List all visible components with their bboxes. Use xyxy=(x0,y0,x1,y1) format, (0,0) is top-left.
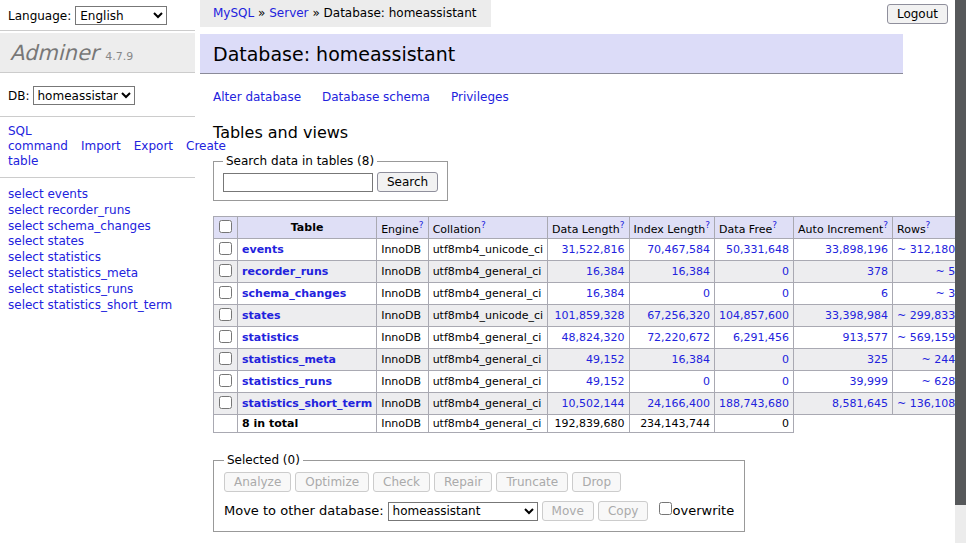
index-length-link[interactable]: 16,384 xyxy=(672,265,711,278)
table-name-link[interactable]: recorder_runs xyxy=(242,265,328,278)
select-table-link[interactable]: select statistics_short_term xyxy=(8,298,172,312)
column-help-link[interactable]: ? xyxy=(705,220,710,230)
column-help-link[interactable]: ? xyxy=(926,220,931,230)
data-free-link[interactable]: 0 xyxy=(782,265,789,278)
data-free-link[interactable]: 104,857,600 xyxy=(719,309,789,322)
rows-count-link[interactable]: ~ 244 xyxy=(921,353,955,366)
column-help-link[interactable]: ? xyxy=(883,220,888,230)
scrollbar-thumb[interactable] xyxy=(955,0,966,505)
row-checkbox[interactable] xyxy=(219,308,232,321)
table-name-link[interactable]: statistics_short_term xyxy=(242,397,372,410)
column-help-link[interactable]: ? xyxy=(772,220,777,230)
select-table-link[interactable]: select schema_changes xyxy=(8,219,151,233)
select-table-link[interactable]: select statistics xyxy=(8,250,101,264)
auto-increment-link[interactable]: 33,398,984 xyxy=(825,309,888,322)
data-length-link[interactable]: 16,384 xyxy=(586,265,625,278)
copy-button[interactable]: Copy xyxy=(598,501,648,521)
data-free-link[interactable]: 0 xyxy=(782,353,789,366)
data-free-link[interactable]: 0 xyxy=(782,287,789,300)
rows-count-link[interactable]: ~ 136,108 xyxy=(897,397,955,410)
select-table-link[interactable]: select events xyxy=(8,187,88,201)
row-checkbox[interactable] xyxy=(219,352,232,365)
row-checkbox-cell xyxy=(214,393,238,415)
search-button[interactable]: Search xyxy=(377,172,438,192)
index-length-link[interactable]: 72,220,672 xyxy=(647,331,710,344)
auto-increment-link[interactable]: 325 xyxy=(867,353,888,366)
db-select[interactable]: homeassistant xyxy=(33,86,135,105)
rows-count-link[interactable]: ~ 299,833 xyxy=(897,309,955,322)
data-free-link[interactable]: 6,291,456 xyxy=(733,331,789,344)
index-length-link[interactable]: 16,384 xyxy=(672,353,711,366)
drop-button[interactable]: Drop xyxy=(572,472,621,492)
select-all-checkbox[interactable] xyxy=(219,220,232,233)
data-length-link[interactable]: 16,384 xyxy=(586,287,625,300)
auto-increment-link[interactable]: 39,999 xyxy=(850,375,889,388)
row-checkbox[interactable] xyxy=(219,286,232,299)
auto-increment-link[interactable]: 913,577 xyxy=(843,331,889,344)
index-length-link[interactable]: 70,467,584 xyxy=(647,243,710,256)
rows-count-link[interactable]: ~ 628 xyxy=(921,375,955,388)
rows-count-link[interactable]: ~ 569,159 xyxy=(897,331,955,344)
column-help-link[interactable]: ? xyxy=(481,220,486,230)
overwrite-checkbox[interactable] xyxy=(659,502,672,515)
index-length-link[interactable]: 0 xyxy=(703,375,710,388)
sql-command-link[interactable]: SQL command xyxy=(8,124,68,153)
data-length-link[interactable]: 101,859,328 xyxy=(555,309,625,322)
table-name-link[interactable]: statistics_runs xyxy=(242,375,332,388)
auto-increment-link[interactable]: 6 xyxy=(881,287,888,300)
row-checkbox[interactable] xyxy=(219,242,232,255)
scrollbar[interactable] xyxy=(955,0,966,543)
rows-count-link[interactable]: ~ 312,180 xyxy=(897,243,955,256)
row-checkbox[interactable] xyxy=(219,330,232,343)
table-header-row: TableEngine?Collation?Data Length?Index … xyxy=(214,217,966,239)
data-length-link[interactable]: 10,502,144 xyxy=(562,397,625,410)
select-table-link[interactable]: select statistics_meta xyxy=(8,266,138,280)
adminer-logo[interactable]: Adminer xyxy=(10,41,98,65)
select-table-link[interactable]: select statistics_runs xyxy=(8,282,133,296)
database-links: Alter databaseDatabase schemaPrivileges xyxy=(213,90,903,104)
table-name-link[interactable]: events xyxy=(242,243,284,256)
privileges-link[interactable]: Privileges xyxy=(451,90,509,104)
data-free-link[interactable]: 50,331,648 xyxy=(726,243,789,256)
analyze-button[interactable]: Analyze xyxy=(224,472,291,492)
rows-count-link[interactable]: ~ 5 xyxy=(935,265,955,278)
rows_approx-cell: ~ 136,108 xyxy=(893,393,960,415)
index-length-link[interactable]: 24,166,400 xyxy=(647,397,710,410)
select-table-link[interactable]: select states xyxy=(8,234,84,248)
check-button[interactable]: Check xyxy=(373,472,430,492)
auto-increment-link[interactable]: 378 xyxy=(867,265,888,278)
data-free-link[interactable]: 0 xyxy=(782,375,789,388)
move-button[interactable]: Move xyxy=(542,501,594,521)
optimize-button[interactable]: Optimize xyxy=(295,472,369,492)
row-checkbox[interactable] xyxy=(219,264,232,277)
breadcrumb-mysql-link[interactable]: MySQL xyxy=(213,6,254,20)
table-name-link[interactable]: statistics xyxy=(242,331,299,344)
data-length-link[interactable]: 31,522,816 xyxy=(562,243,625,256)
database-schema-link[interactable]: Database schema xyxy=(322,90,430,104)
auto-increment-link[interactable]: 8,581,645 xyxy=(832,397,888,410)
truncate-button[interactable]: Truncate xyxy=(496,472,568,492)
column-help-link[interactable]: ? xyxy=(620,220,625,230)
rows-count-link[interactable]: ~ 3 xyxy=(935,287,955,300)
data-free-link[interactable]: 188,743,680 xyxy=(719,397,789,410)
column-help-link[interactable]: ? xyxy=(419,220,424,230)
export-link[interactable]: Export xyxy=(134,139,173,153)
table-name-link[interactable]: states xyxy=(242,309,281,322)
search-input[interactable] xyxy=(223,173,373,192)
row-checkbox[interactable] xyxy=(219,374,232,387)
alter-database-link[interactable]: Alter database xyxy=(213,90,301,104)
import-link[interactable]: Import xyxy=(81,139,121,153)
table-name-link[interactable]: statistics_meta xyxy=(242,353,336,366)
data-length-link[interactable]: 49,152 xyxy=(586,375,625,388)
index-length-link[interactable]: 0 xyxy=(703,287,710,300)
breadcrumb-server-link[interactable]: Server xyxy=(269,6,308,20)
index-length-link[interactable]: 67,256,320 xyxy=(647,309,710,322)
select-table-link[interactable]: select recorder_runs xyxy=(8,203,131,217)
data-length-link[interactable]: 48,824,320 xyxy=(562,331,625,344)
table-name-link[interactable]: schema_changes xyxy=(242,287,346,300)
move-db-select[interactable]: homeassistant xyxy=(388,502,538,521)
row-checkbox[interactable] xyxy=(219,396,232,409)
auto-increment-link[interactable]: 33,898,196 xyxy=(825,243,888,256)
repair-button[interactable]: Repair xyxy=(434,472,492,492)
data-length-link[interactable]: 49,152 xyxy=(586,353,625,366)
